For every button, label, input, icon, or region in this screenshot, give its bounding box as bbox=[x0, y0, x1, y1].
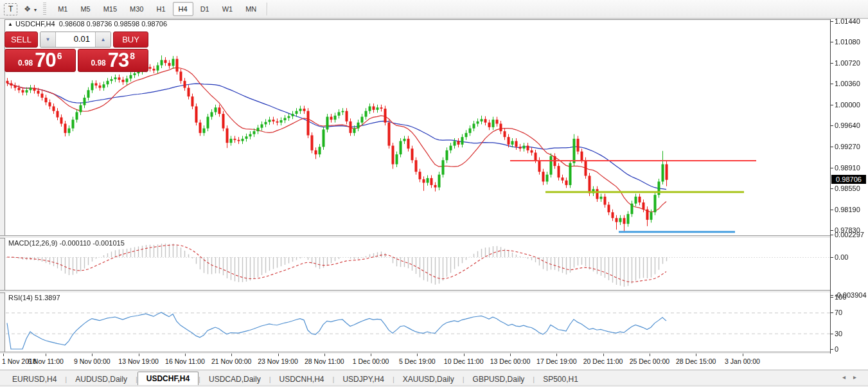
chart-tab-gbpusd[interactable]: GBPUSD,Daily bbox=[465, 374, 533, 386]
macd-axis-tick bbox=[831, 295, 833, 296]
price-axis-tick bbox=[831, 42, 833, 42]
toolbar-grip bbox=[43, 3, 46, 15]
macd-label: MACD(12,26,9) -0.000110 -0.001015 bbox=[8, 239, 125, 247]
timeframe-button-m5[interactable]: M5 bbox=[75, 2, 96, 16]
chart-tab-bar: EURUSD,H4|AUDUSD,Daily|USDCHF,H4|USDCAD,… bbox=[0, 370, 868, 386]
price-axis-label: 0.99270 bbox=[835, 143, 860, 150]
rsi-pane-canvas[interactable] bbox=[5, 292, 831, 352]
chart-ohlc-values: 0.98608 0.98736 0.98598 0.98706 bbox=[59, 20, 167, 28]
price-axis-tick bbox=[831, 105, 833, 105]
rsi-label: RSI(14) 51.3897 bbox=[8, 294, 60, 302]
tab-scroll-right-icon[interactable]: ▸ bbox=[853, 374, 864, 381]
price-axis-label: 0.99640 bbox=[835, 122, 860, 129]
chart-tab-usdjpy[interactable]: USDJPY,H4 bbox=[334, 374, 392, 386]
timeframe-button-d1[interactable]: D1 bbox=[195, 2, 215, 16]
sell-button[interactable]: SELL bbox=[4, 32, 38, 48]
time-axis-tick bbox=[650, 354, 650, 356]
rsi-pane[interactable]: RSI(14) 51.3897 bbox=[4, 292, 831, 352]
toolbar-separator bbox=[267, 3, 267, 15]
price-axis-label: 1.00360 bbox=[835, 80, 860, 87]
tab-scroll-left-icon[interactable]: ◂ bbox=[842, 374, 853, 381]
time-axis-tick bbox=[371, 354, 371, 356]
time-axis-label: 25 Dec 00:00 bbox=[630, 357, 669, 365]
time-axis-label: 28 Dec 15:00 bbox=[676, 357, 716, 365]
time-axis-label: 21 Nov 00:00 bbox=[211, 357, 251, 365]
rsi-axis-tick bbox=[831, 312, 833, 313]
chart-tab-audusd[interactable]: AUDUSD,Daily bbox=[67, 374, 136, 386]
macd-pane-canvas[interactable] bbox=[5, 238, 831, 290]
macd-pane[interactable]: MACD(12,26,9) -0.000110 -0.001015 bbox=[4, 238, 831, 290]
time-axis-label: 23 Nov 19:00 bbox=[258, 357, 297, 365]
sell-price-box[interactable]: 0.98 70 6 bbox=[4, 49, 76, 72]
price-axis-tick bbox=[831, 63, 833, 64]
time-axis-label: 13 Nov 19:00 bbox=[118, 357, 158, 365]
time-axis-tick bbox=[46, 354, 46, 356]
chart-tab-usdchf[interactable]: USDCHF,H4 bbox=[137, 372, 199, 386]
chart-tab-sp500[interactable]: SP500,H1 bbox=[535, 374, 587, 386]
timeframe-button-m30[interactable]: M30 bbox=[124, 2, 149, 16]
chart-tab-usdcad[interactable]: USDCAD,Daily bbox=[200, 374, 269, 386]
buy-button[interactable]: BUY bbox=[113, 32, 148, 48]
rsi-axis-label: 30 bbox=[835, 330, 842, 338]
price-axis-label: 1.01440 bbox=[835, 17, 860, 25]
time-axis-tick bbox=[510, 354, 511, 356]
timeframe-button-w1[interactable]: W1 bbox=[217, 2, 239, 16]
price-axis-tick bbox=[831, 188, 833, 189]
time-axis-label: 16 Nov 11:00 bbox=[165, 357, 205, 365]
buy-price-prefix: 0.98 bbox=[91, 59, 105, 68]
price-axis-tick bbox=[831, 125, 833, 126]
rsi-axis-tick bbox=[831, 334, 833, 334]
time-axis-tick bbox=[603, 354, 604, 356]
timeframe-buttons: M1M5M15M30H1H4D1W1MN bbox=[51, 2, 263, 16]
chart-tab-eurusd[interactable]: EURUSD,H4 bbox=[4, 374, 65, 386]
mt4-window: T ❖▾ M1M5M15M30H1H4D1W1MN ▲USDCHF,H4 0.9… bbox=[0, 0, 868, 387]
time-axis-label: 9 Nov 00:00 bbox=[74, 357, 111, 365]
timeframe-button-mn[interactable]: MN bbox=[240, 2, 262, 16]
price-axis-tick bbox=[831, 168, 833, 168]
price-axis-label: 0.98550 bbox=[835, 184, 860, 192]
time-axis[interactable]: 1 Nov 20186 Nov 11:009 Nov 00:0013 Nov 1… bbox=[0, 354, 868, 370]
chart-symbol: USDCHF,H4 bbox=[15, 20, 55, 28]
rsi-axis-label: 100 bbox=[835, 293, 846, 301]
tab-scroll-buttons: ◂▸ bbox=[842, 374, 864, 381]
sell-price-prefix: 0.98 bbox=[18, 59, 33, 68]
buy-price-main: 73 bbox=[108, 51, 128, 70]
timeframe-button-h4[interactable]: H4 bbox=[173, 2, 193, 16]
rsi-axis-tick bbox=[831, 297, 833, 298]
time-axis-label: 5 Dec 19:00 bbox=[399, 357, 436, 365]
price-axis[interactable]: 0.98706 1.014401.010801.007201.003601.00… bbox=[831, 19, 868, 370]
volume-increase-button[interactable]: ▲ bbox=[95, 32, 111, 47]
objects-tool-button[interactable]: ❖▾ bbox=[24, 4, 37, 14]
objects-icon: ❖ bbox=[24, 4, 31, 14]
time-axis-label: 10 Dec 11:00 bbox=[444, 357, 484, 365]
time-axis-label: 28 Nov 11:00 bbox=[305, 357, 344, 365]
price-axis-label: 0.98190 bbox=[835, 206, 860, 213]
chart-tab-xauusd[interactable]: XAUUSD,Daily bbox=[394, 374, 463, 386]
price-axis-tick bbox=[831, 230, 833, 231]
time-axis-label: 1 Dec 00:00 bbox=[353, 357, 389, 365]
chart-tab-usdcnh[interactable]: USDCNH,H4 bbox=[271, 374, 333, 386]
macd-axis-label: 0.00 bbox=[835, 253, 848, 261]
time-axis-tick bbox=[743, 354, 743, 356]
timeframe-button-m1[interactable]: M1 bbox=[52, 2, 73, 16]
volume-decrease-button[interactable]: ▼ bbox=[40, 32, 56, 47]
rsi-axis-tick bbox=[831, 349, 833, 350]
price-axis-label: 1.00000 bbox=[835, 101, 860, 109]
time-axis-label: 17 Dec 19:00 bbox=[536, 357, 576, 365]
buy-price-pip: 8 bbox=[130, 51, 135, 61]
macd-axis-label: 0.002297 bbox=[835, 231, 864, 239]
time-axis-label: 20 Dec 11:00 bbox=[583, 357, 623, 365]
price-axis-label: 1.01080 bbox=[835, 38, 860, 46]
price-axis-tick bbox=[831, 147, 833, 147]
arrow-up-icon: ▲ bbox=[101, 37, 106, 42]
one-click-trading-panel: SELL ▼ 0.01 ▲ BUY 0.98 70 6 0.98 73 8 bbox=[4, 32, 148, 72]
price-axis-tick bbox=[831, 210, 833, 210]
time-axis-label: 13 Dec 00:00 bbox=[490, 357, 530, 365]
buy-price-box[interactable]: 0.98 73 8 bbox=[78, 49, 149, 72]
time-axis-tick bbox=[556, 354, 557, 356]
timeframe-button-m15[interactable]: M15 bbox=[98, 2, 123, 16]
timeframe-button-h1[interactable]: H1 bbox=[151, 2, 172, 16]
volume-input[interactable]: 0.01 bbox=[56, 32, 95, 47]
text-tool-icon[interactable]: T bbox=[4, 3, 17, 15]
chevron-down-icon: ▾ bbox=[34, 7, 37, 13]
